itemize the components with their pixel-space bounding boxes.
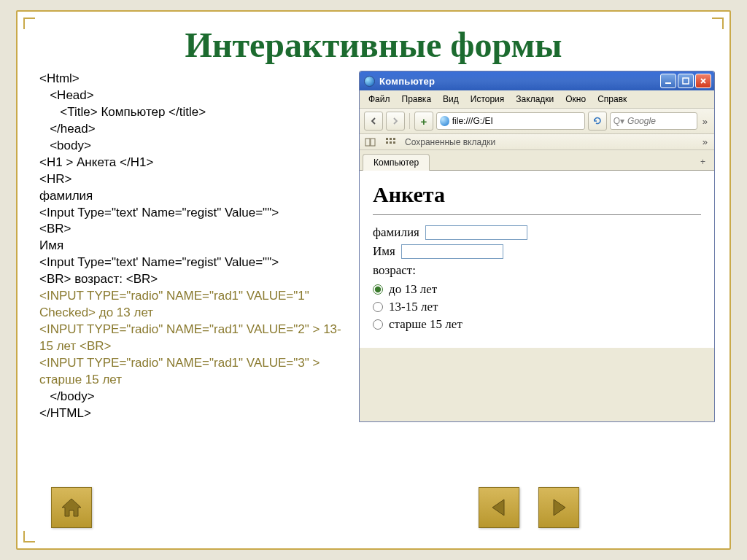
next-icon bbox=[548, 497, 570, 518]
reload-button[interactable] bbox=[588, 112, 607, 131]
back-icon bbox=[370, 117, 377, 125]
svg-rect-5 bbox=[390, 138, 392, 140]
maximize-icon bbox=[682, 77, 689, 85]
newtab-button[interactable]: + bbox=[414, 112, 433, 131]
plus-icon: + bbox=[421, 115, 427, 128]
code-listing: <Html> <Head> <Title> Компьютер </title>… bbox=[39, 71, 350, 422]
grid-icon[interactable] bbox=[384, 137, 398, 147]
home-button[interactable] bbox=[51, 487, 92, 528]
search-icon: Q▾ bbox=[614, 116, 624, 126]
menu-window[interactable]: Окно bbox=[560, 92, 592, 106]
toolbar: + Q▾ » bbox=[360, 109, 714, 134]
name-label: Имя bbox=[373, 244, 395, 259]
svg-rect-8 bbox=[390, 141, 392, 144]
code-bottom: </body> </HTML> bbox=[39, 389, 95, 420]
tabbar: Компьютер + bbox=[360, 150, 714, 171]
prev-button[interactable] bbox=[479, 487, 519, 528]
app-icon bbox=[364, 76, 375, 87]
svg-rect-6 bbox=[393, 138, 395, 140]
bookmarks-bar: Сохраненные вкладки » bbox=[360, 134, 714, 150]
svg-rect-0 bbox=[665, 82, 671, 84]
age-radio-2[interactable] bbox=[373, 302, 383, 312]
surname-input[interactable] bbox=[425, 225, 527, 240]
surname-label: фамилия bbox=[373, 225, 419, 240]
svg-rect-3 bbox=[371, 139, 375, 146]
reload-icon bbox=[593, 117, 602, 125]
menu-edit[interactable]: Правка bbox=[396, 92, 438, 106]
code-top: <Html> <Head> <Title> Компьютер </title>… bbox=[39, 71, 279, 286]
next-button[interactable] bbox=[538, 487, 579, 528]
svg-rect-2 bbox=[365, 139, 370, 146]
menubar: Файл Правка Вид История Закладки Окно Сп… bbox=[360, 90, 714, 109]
globe-icon bbox=[440, 116, 449, 126]
bookmarks-label[interactable]: Сохраненные вкладки bbox=[405, 137, 495, 147]
name-input[interactable] bbox=[401, 244, 503, 259]
page-hr bbox=[373, 214, 701, 215]
minimize-icon bbox=[665, 77, 672, 85]
menu-bookmarks[interactable]: Закладки bbox=[510, 92, 560, 106]
home-icon bbox=[59, 495, 84, 520]
page-content: Анкета фамилия Имя возраст: bbox=[360, 171, 714, 348]
age-radio-1[interactable] bbox=[373, 284, 383, 295]
minimize-button[interactable] bbox=[660, 74, 676, 88]
svg-rect-1 bbox=[683, 78, 689, 84]
code-radio-block: <INPUT TYPE="radio" NAME="rad1" VALUE="1… bbox=[39, 289, 341, 386]
age-radio-1-label: до 13 лет bbox=[389, 282, 437, 297]
age-label: возраст: bbox=[373, 263, 416, 278]
address-input[interactable] bbox=[452, 116, 581, 126]
menu-help[interactable]: Справк bbox=[592, 92, 632, 106]
svg-rect-9 bbox=[393, 141, 395, 144]
svg-rect-4 bbox=[386, 138, 388, 140]
address-bar[interactable] bbox=[436, 112, 585, 130]
window-title: Компьютер bbox=[379, 76, 660, 87]
search-input[interactable] bbox=[627, 116, 694, 126]
slide-title: Интерактивные формы bbox=[18, 12, 729, 65]
menu-view[interactable]: Вид bbox=[437, 92, 465, 106]
book-icon[interactable] bbox=[364, 137, 377, 147]
svg-rect-7 bbox=[386, 141, 388, 144]
menu-history[interactable]: История bbox=[465, 92, 511, 106]
maximize-button[interactable] bbox=[678, 74, 694, 88]
prev-icon bbox=[488, 497, 510, 518]
age-radio-2-label: 13-15 лет bbox=[389, 300, 438, 314]
page-heading: Анкета bbox=[373, 182, 701, 207]
age-radio-3[interactable] bbox=[373, 319, 383, 330]
new-tab-plus[interactable]: + bbox=[694, 154, 711, 170]
close-icon bbox=[700, 77, 707, 85]
age-radio-3-label: старше 15 лет bbox=[389, 317, 462, 332]
window-titlebar: Компьютер bbox=[360, 71, 714, 90]
search-box[interactable]: Q▾ bbox=[610, 112, 697, 130]
bookmarks-overflow[interactable]: » bbox=[700, 136, 710, 147]
toolbar-overflow[interactable]: » bbox=[700, 116, 710, 127]
browser-window: Компьютер Файл П bbox=[359, 71, 715, 422]
forward-icon bbox=[392, 117, 399, 125]
menu-file[interactable]: Файл bbox=[363, 92, 396, 106]
forward-button[interactable] bbox=[386, 112, 405, 131]
close-button[interactable] bbox=[695, 74, 711, 88]
back-button[interactable] bbox=[364, 112, 383, 131]
tab-active[interactable]: Компьютер bbox=[363, 154, 430, 171]
